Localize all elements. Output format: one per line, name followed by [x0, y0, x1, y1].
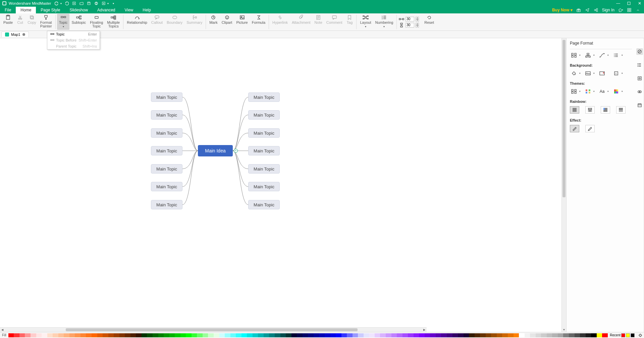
- reset-button[interactable]: Reset: [422, 14, 436, 30]
- color-swatch[interactable]: [119, 333, 125, 337]
- color-swatch[interactable]: [502, 333, 508, 337]
- share-icon[interactable]: [593, 7, 599, 13]
- theme-font-button[interactable]: Aa▾: [598, 88, 606, 95]
- redo-icon[interactable]: [64, 1, 69, 6]
- minimize-button[interactable]: ―: [616, 1, 621, 6]
- color-swatch[interactable]: [130, 333, 136, 337]
- color-swatch[interactable]: [536, 333, 541, 337]
- effect-hand-drawn-button[interactable]: [570, 125, 579, 132]
- color-swatch[interactable]: [586, 333, 591, 337]
- formula-button[interactable]: Formula: [250, 14, 267, 30]
- panel-tab-icons-icon[interactable]: [636, 75, 643, 82]
- topic-button[interactable]: Topic▾: [57, 14, 70, 30]
- color-swatch[interactable]: [497, 333, 502, 337]
- color-swatch[interactable]: [419, 333, 425, 337]
- color-swatch[interactable]: [92, 333, 97, 337]
- color-swatch[interactable]: [486, 333, 491, 337]
- color-swatch[interactable]: [358, 333, 364, 337]
- export-icon[interactable]: [101, 1, 106, 6]
- send-icon[interactable]: [585, 7, 590, 13]
- color-swatch[interactable]: [602, 333, 608, 337]
- color-swatch[interactable]: [525, 333, 530, 337]
- color-swatch[interactable]: [286, 333, 291, 337]
- collapse-ribbon-icon[interactable]: [635, 7, 641, 13]
- rainbow-option-3[interactable]: [601, 106, 610, 114]
- color-swatch[interactable]: [269, 333, 275, 337]
- bg-fill-button[interactable]: ▾: [570, 70, 578, 77]
- color-swatch[interactable]: [458, 333, 464, 337]
- canvas[interactable]: Main Idea + Main Topic Main Topic Main T…: [0, 38, 561, 332]
- copy-button[interactable]: Copy: [25, 14, 38, 30]
- new-icon[interactable]: [72, 1, 76, 6]
- hyperlink-button[interactable]: Hyperlink: [270, 14, 290, 30]
- color-swatch[interactable]: [8, 333, 14, 337]
- tag-button[interactable]: Tag: [344, 14, 355, 30]
- color-swatch[interactable]: [491, 333, 497, 337]
- color-swatch[interactable]: [325, 333, 330, 337]
- color-swatch[interactable]: [25, 333, 31, 337]
- color-swatch[interactable]: [125, 333, 130, 337]
- color-swatch[interactable]: [563, 333, 569, 337]
- menu-advanced[interactable]: Advanced: [93, 7, 120, 13]
- color-swatch[interactable]: [464, 333, 469, 337]
- color-swatch[interactable]: [530, 333, 536, 337]
- theme-preset-button[interactable]: ▾: [570, 52, 578, 59]
- close-button[interactable]: ✕: [637, 1, 642, 6]
- color-swatch[interactable]: [86, 333, 92, 337]
- color-swatch[interactable]: [64, 333, 69, 337]
- comment-button[interactable]: Comment: [324, 14, 344, 30]
- subtopic-button[interactable]: Subtopic: [69, 14, 88, 30]
- save-icon[interactable]: [87, 1, 91, 6]
- export-dropdown-icon[interactable]: ▾: [107, 2, 109, 5]
- format-painter-button[interactable]: Format Painter: [38, 14, 54, 30]
- vertical-scrollbar[interactable]: ▲ ▼: [561, 38, 566, 332]
- color-swatch[interactable]: [341, 333, 347, 337]
- sign-in-link[interactable]: Sign In: [602, 8, 614, 12]
- theme-gallery-button[interactable]: ▾: [570, 88, 578, 95]
- left-topic-node[interactable]: Main Topic: [151, 110, 182, 120]
- color-swatch[interactable]: [19, 333, 25, 337]
- color-swatch[interactable]: [230, 333, 236, 337]
- horizontal-spacing-input[interactable]: [406, 17, 414, 21]
- color-swatch[interactable]: [447, 333, 452, 337]
- color-swatch[interactable]: [364, 333, 369, 337]
- color-swatch[interactable]: [103, 333, 108, 337]
- menu-file[interactable]: File: [0, 7, 16, 13]
- color-swatch[interactable]: [192, 333, 197, 337]
- numbering-style-button[interactable]: ▾: [612, 52, 620, 59]
- color-swatch[interactable]: [175, 333, 180, 337]
- undo-dropdown-icon[interactable]: ▾: [60, 2, 62, 5]
- color-swatch[interactable]: [142, 333, 147, 337]
- vertical-spacing-spinner[interactable]: ▲▼: [399, 23, 419, 27]
- color-swatch[interactable]: [319, 333, 325, 337]
- color-swatch[interactable]: [53, 333, 58, 337]
- color-swatch[interactable]: [408, 333, 414, 337]
- color-swatch[interactable]: [380, 333, 386, 337]
- dropdown-topic[interactable]: Topic Enter: [47, 31, 100, 37]
- color-swatch[interactable]: [580, 333, 586, 337]
- color-swatch[interactable]: [58, 333, 64, 337]
- scroll-left-icon[interactable]: ◀: [0, 328, 5, 332]
- panel-tab-clipart-icon[interactable]: [636, 88, 643, 95]
- attachment-button[interactable]: Attachment: [290, 14, 313, 30]
- color-swatch[interactable]: [303, 333, 308, 337]
- panel-tab-outline-icon[interactable]: [636, 62, 643, 68]
- left-topic-node[interactable]: Main Topic: [151, 164, 182, 174]
- left-topic-node[interactable]: Main Topic: [151, 146, 182, 155]
- recent-color-swatch[interactable]: [631, 333, 635, 337]
- cut-button[interactable]: Cut: [15, 14, 25, 30]
- color-swatch[interactable]: [186, 333, 192, 337]
- grid-icon[interactable]: [627, 7, 632, 13]
- color-swatch[interactable]: [480, 333, 486, 337]
- note-button[interactable]: Note: [313, 14, 324, 30]
- color-swatch[interactable]: [219, 333, 225, 337]
- hspace-down[interactable]: ▼: [416, 19, 419, 21]
- color-swatch[interactable]: [203, 333, 208, 337]
- color-swatch[interactable]: [236, 333, 241, 337]
- color-swatch[interactable]: [552, 333, 558, 337]
- color-swatch[interactable]: [80, 333, 86, 337]
- color-swatch[interactable]: [169, 333, 175, 337]
- numbering-button[interactable]: 123Numbering▾: [373, 14, 395, 30]
- color-swatch[interactable]: [241, 333, 247, 337]
- home-icon[interactable]: ▾: [618, 7, 623, 13]
